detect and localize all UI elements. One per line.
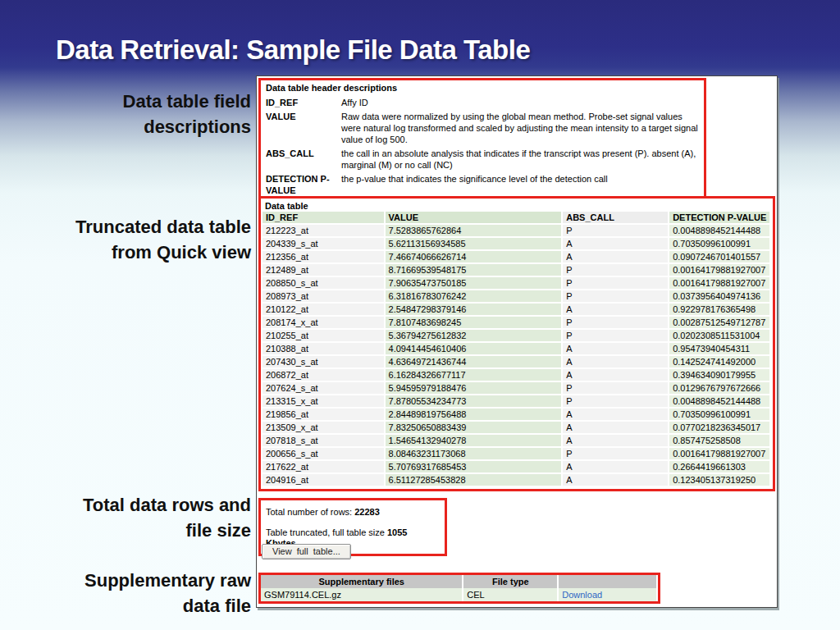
column-header-detection-p-value: DETECTION P-VALUE [669,212,770,224]
highlight-box-supplementary-files: Supplementary files File type GSM79114.C… [258,573,660,604]
cell-detection-p-value: 0.00164179881927007 [669,276,770,290]
cell-abs-call: P [562,263,669,276]
side-label-line: data file [21,593,251,619]
cell-abs-call: P [562,224,669,237]
highlight-box-data-table: Data table ID_REF VALUE ABS_CALL DETECTI… [258,196,775,491]
download-link[interactable]: Download [562,590,602,600]
cell-abs-call: P [562,316,669,329]
data-table-title: Data table [262,199,771,212]
cell-id-ref: 204339_s_at [262,237,385,250]
cell-id-ref: 213509_x_at [262,421,385,434]
cell-abs-call: A [562,434,669,447]
cell-abs-call: A [562,473,669,486]
table-row: 210122_at 2.54847298379146 A 0.922978176… [262,303,770,316]
cell-detection-p-value: 0.0907246701401557 [669,250,770,263]
definition-description: the call in an absolute analysis that in… [341,148,699,171]
embedded-screenshot: Data table header descriptions ID_REF Af… [256,75,778,608]
table-row: 212489_at 8.71669539548175 P 0.001641798… [262,263,770,276]
cell-abs-call: P [562,329,669,342]
definition-description: Raw data were normalized by using the gl… [341,111,699,145]
cell-value: 4.63649721436744 [385,355,563,368]
cell-id-ref: 204916_at [262,473,385,486]
data-table-header-row: ID_REF VALUE ABS_CALL DETECTION P-VALUE [262,212,770,224]
table-row: 208850_s_at 7.90635473750185 P 0.0016417… [262,276,770,290]
supplementary-file-type: CEL [463,588,558,601]
slide-title: Data Retrieval: Sample File Data Table [56,34,530,66]
header-descriptions-list: ID_REF Affy ID VALUE Raw data were norma… [266,97,699,196]
column-header-file-type: File type [463,575,558,588]
cell-abs-call: A [562,342,669,355]
cell-value: 5.36794275612832 [385,329,563,342]
cell-detection-p-value: 0.857475258508 [669,434,770,447]
view-full-table-button[interactable]: View full table... [262,544,351,559]
cell-abs-call: P [562,395,669,408]
cell-value: 7.46674066626714 [385,250,563,263]
cell-detection-p-value: 0.00164179881927007 [669,263,770,276]
table-row: 208174_x_at 7.8107483698245 P 0.00287512… [262,316,770,329]
cell-detection-p-value: 0.0129676797672666 [669,381,770,395]
cell-id-ref: 210255_at [262,329,385,342]
truncate-label: Table truncated, full table size [266,527,385,537]
cell-id-ref: 208973_at [262,290,385,303]
cell-id-ref: 212223_at [262,224,385,237]
cell-id-ref: 219856_at [262,408,385,421]
table-row: 207624_s_at 5.94595979188476 P 0.0129676… [262,381,770,395]
side-label-total-rows: Total data rows and file size [21,492,251,543]
cell-value: 2.84489819756488 [385,408,563,421]
cell-detection-p-value: 0.123405137319250 [669,473,770,486]
side-label-line: file size [21,518,251,543]
side-label-line: Supplementary raw [21,568,251,593]
cell-detection-p-value: 0.394634090179955 [669,368,770,381]
slide-background: Data Retrieval: Sample File Data Table D… [0,0,840,630]
cell-detection-p-value: 0.0048898452144488 [669,395,770,408]
cell-id-ref: 212356_at [262,250,385,263]
cell-id-ref: 207624_s_at [262,381,385,395]
side-label-line: descriptions [21,114,251,139]
cell-value: 7.5283865762864 [385,224,563,237]
table-row: 212356_at 7.46674066626714 A 0.090724670… [262,250,770,263]
cell-id-ref: 206872_at [262,368,385,381]
cell-id-ref: 210388_at [262,342,385,355]
total-rows-label: Total number of rows: [266,507,352,517]
cell-abs-call: A [562,355,669,368]
cell-id-ref: 210122_at [262,303,385,316]
cell-detection-p-value: 0.0373956404974136 [669,290,770,303]
table-row: 200656_s_at 8.08463231173068 P 0.0016417… [262,447,770,460]
side-label-line: from Quick view [21,240,251,265]
cell-value: 6.51127285453828 [385,473,563,486]
table-row: 219856_at 2.84489819756488 A 0.703509961… [262,408,770,421]
cell-detection-p-value: 0.70350996100991 [669,408,770,421]
cell-abs-call: P [562,447,669,460]
cell-detection-p-value: 0.00164179881927007 [669,447,770,460]
cell-value: 5.94595979188476 [385,381,563,395]
cell-detection-p-value: 0.922978176365498 [669,303,770,316]
header-descriptions-title: Data table header descriptions [266,83,699,94]
cell-id-ref: 212489_at [262,263,385,276]
total-rows-line: Total number of rows: 22283 [266,507,440,518]
column-header-abs-call: ABS_CALL [562,212,669,224]
cell-abs-call: P [562,290,669,303]
cell-value: 5.62113156934585 [385,237,563,250]
table-row: 204916_at 6.51127285453828 A 0.123405137… [262,473,770,486]
cell-id-ref: 200656_s_at [262,447,385,460]
data-table: ID_REF VALUE ABS_CALL DETECTION P-VALUE … [262,212,771,487]
cell-value: 7.87805534234773 [385,395,563,408]
definition-row: VALUE Raw data were normalized by using … [266,111,699,145]
cell-value: 6.16284326677117 [385,368,563,381]
cell-id-ref: 208174_x_at [262,316,385,329]
definition-row: ABS_CALL the call in an absolute analysi… [266,148,699,171]
cell-detection-p-value: 0.95473940454311 [669,342,770,355]
definition-description: the p-value that indicates the significa… [341,173,699,196]
cell-value: 8.08463231173068 [385,447,563,460]
column-header-empty [558,575,657,588]
table-row: 207430_s_at 4.63649721436744 A 0.1425247… [262,355,770,368]
table-row: 208973_at 6.31816783076242 P 0.037395640… [262,290,770,303]
side-label-supplementary-file: Supplementary raw data file [21,568,251,619]
cell-value: 1.54654132940278 [385,434,563,447]
column-header-value: VALUE [385,212,563,224]
table-row: 213509_x_at 7.83250650883439 A 0.0770218… [262,421,770,434]
table-row: 206872_at 6.16284326677117 A 0.394634090… [262,368,770,381]
cell-abs-call: A [562,421,669,434]
table-row: 207818_s_at 1.54654132940278 A 0.8574752… [262,434,770,447]
cell-id-ref: 207818_s_at [262,434,385,447]
